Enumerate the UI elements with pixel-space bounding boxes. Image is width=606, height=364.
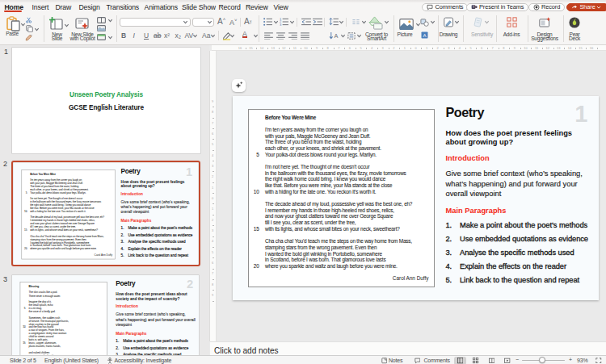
- svg-text:3: 3: [280, 23, 282, 26]
- svg-text:A: A: [423, 32, 426, 37]
- svg-text:A: A: [334, 32, 338, 40]
